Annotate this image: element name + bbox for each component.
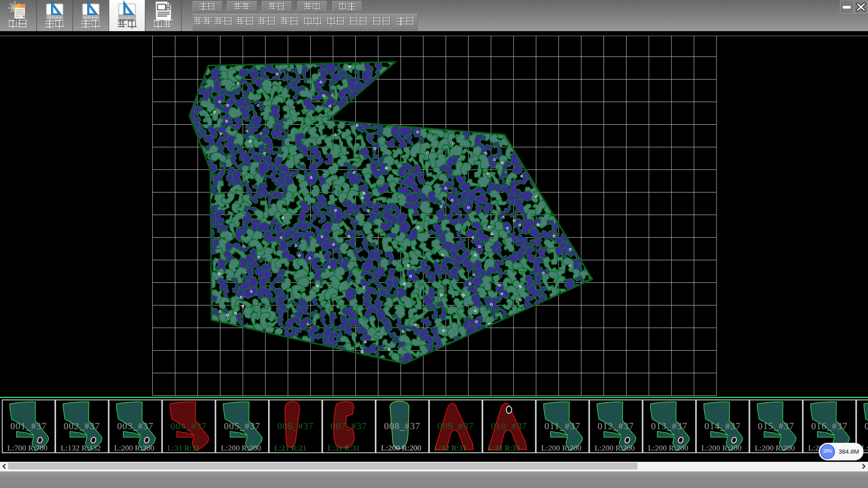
svg-text:001_#37: 001_#37 bbox=[10, 421, 47, 432]
svg-text:012_#37: 012_#37 bbox=[598, 421, 634, 432]
svg-text:002_#37: 002_#37 bbox=[64, 421, 100, 432]
svg-text:L:200 R:200: L:200 R:200 bbox=[594, 443, 635, 452]
svg-text:L:31 R:31: L:31 R:31 bbox=[167, 443, 199, 452]
svg-text:L:200 R:200: L:200 R:200 bbox=[648, 443, 688, 452]
svg-text:L:132 R:132: L:132 R:132 bbox=[61, 443, 101, 452]
svg-text:006_#37: 006_#37 bbox=[277, 421, 314, 432]
svg-text:005_#37: 005_#37 bbox=[224, 421, 260, 432]
svg-text:L:32 R:31: L:32 R:31 bbox=[434, 443, 467, 452]
svg-text:L:200 R:200: L:200 R:200 bbox=[381, 443, 421, 452]
svg-text:003_#37: 003_#37 bbox=[117, 421, 154, 432]
svg-text:016_#37: 016_#37 bbox=[811, 421, 848, 432]
svg-text:L:200 R:200: L:200 R:200 bbox=[701, 443, 741, 452]
svg-text:009_#37: 009_#37 bbox=[438, 421, 474, 432]
svg-text:010_#37: 010_#37 bbox=[491, 421, 528, 432]
svg-text:013_#37: 013_#37 bbox=[651, 421, 688, 432]
svg-text:L:21 R:21: L:21 R:21 bbox=[274, 443, 307, 452]
svg-text:015_#37: 015_#37 bbox=[758, 421, 794, 432]
svg-text:008_#37: 008_#37 bbox=[384, 421, 420, 432]
svg-text:L:31 R:31: L:31 R:31 bbox=[328, 443, 360, 452]
svg-text:004_#37: 004_#37 bbox=[170, 421, 207, 432]
svg-text:L:200 R:200: L:200 R:200 bbox=[114, 443, 154, 452]
svg-text:L:33 R:33: L:33 R:33 bbox=[488, 443, 520, 452]
svg-text:L:200 R:200: L:200 R:200 bbox=[541, 443, 581, 452]
svg-text:014_#37: 014_#37 bbox=[704, 421, 741, 432]
svg-text:L:200 R:200: L:200 R:200 bbox=[221, 443, 261, 452]
svg-text:011_#37: 011_#37 bbox=[544, 421, 580, 432]
svg-text:L:200 R:200: L:200 R:200 bbox=[755, 443, 795, 452]
svg-text:007_#37: 007_#37 bbox=[330, 421, 367, 432]
svg-text:L:700 R:700: L:700 R:700 bbox=[7, 443, 47, 452]
svg-text:017_#37: 017_#37 bbox=[864, 421, 868, 432]
